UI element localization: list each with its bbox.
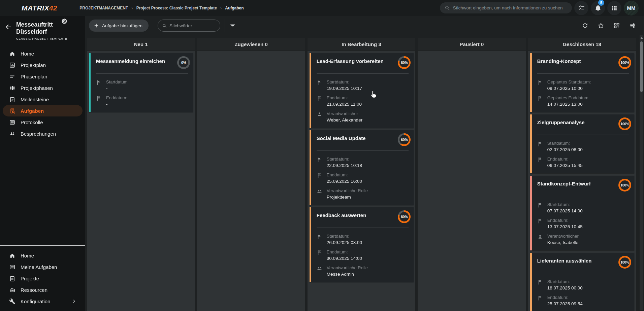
scrollbar-up-arrow[interactable] (640, 37, 643, 39)
breadcrumb-item[interactable]: Project Process: Classic Project Templat… (136, 6, 217, 10)
field-label: Enddatum: (106, 95, 127, 100)
apps-button[interactable] (607, 1, 621, 15)
meine-aufgaben-icon (9, 264, 15, 270)
progress-label: 60% (399, 135, 409, 144)
sidebar-item-label: Protokolle (21, 119, 43, 125)
task-card[interactable]: Lieferanten auswählen100%Startdatum:18.0… (530, 253, 634, 311)
keyword-search-input[interactable] (169, 23, 216, 28)
task-card[interactable]: Branding-Konzept100%Geplantes Startdatum… (530, 53, 634, 112)
flag-end-icon (537, 295, 543, 301)
checklist-icon (578, 4, 585, 11)
progress-label: 100% (620, 180, 630, 190)
sidebar-item-label: Meilensteine (21, 97, 49, 102)
global-search[interactable] (440, 2, 572, 13)
sidebar-item-label: Ressourcen (21, 287, 47, 293)
add-widget-icon[interactable] (613, 22, 620, 29)
field-label: Startdatum: (327, 234, 362, 239)
checklist-button[interactable] (574, 1, 588, 15)
sidebar-item-home[interactable]: Home (3, 48, 83, 59)
progress-ring: 60% (398, 133, 411, 146)
global-search-input[interactable] (453, 5, 567, 10)
kanban-column: In Bearbeitung 3Lead-Erfassung vorbereit… (308, 38, 415, 311)
sidebar-item-meilensteine[interactable]: Meilensteine (3, 94, 83, 105)
sidebar-item-protokolle[interactable]: Protokolle (3, 116, 83, 128)
field-value: 18.07.2025 00:00 (547, 285, 583, 290)
refresh-icon[interactable] (582, 22, 588, 29)
sidebar-item-label: Projekte (21, 276, 39, 281)
task-field: Enddatum:- (96, 95, 188, 107)
breadcrumb-item: Aufgaben (225, 6, 244, 10)
keyword-search[interactable] (158, 20, 220, 32)
field-value: Projektteam (327, 195, 368, 200)
meilensteine-icon (9, 96, 15, 103)
task-card[interactable]: Feedback auswerten80%Startdatum:26.09.20… (310, 207, 414, 282)
flag-end-icon (317, 250, 322, 255)
projektplan-icon (9, 62, 15, 68)
task-card[interactable]: Messeanmeldung einreichen0%Startdatum:-E… (89, 53, 193, 112)
field-value: 19.09.2025 10:17 (327, 86, 362, 91)
field-value: 07.07.2025 14:00 (547, 208, 583, 213)
field-label: Verantwortliche Rolle (327, 188, 368, 193)
avatar[interactable]: MM (624, 1, 639, 15)
flag-start-icon (537, 202, 543, 208)
flag-start-icon (317, 157, 322, 163)
field-label: Enddatum: (327, 172, 362, 177)
sidebar: Messeauftritt Düsseldorf CLASSIC PROJECT… (0, 16, 85, 311)
sidebar-item-projekte[interactable]: Projekte (3, 273, 83, 284)
task-card[interactable]: Standkonzept-Entwurf100%Startdatum:07.07… (530, 176, 634, 250)
field-label: Startdatum: (327, 157, 362, 162)
notifications-button[interactable]: 5 (591, 1, 605, 15)
project-subtitle: CLASSIC PROJECT TEMPLATE (16, 37, 80, 40)
logo-text-2: 42 (49, 4, 57, 12)
back-arrow-icon[interactable] (5, 23, 12, 31)
card-divider (317, 228, 409, 228)
kanban-column: Geschlossen 18Branding-Konzept100%Geplan… (528, 38, 636, 311)
column-body: Messeanmeldung einreichen0%Startdatum:-E… (87, 51, 195, 311)
sidebar-item-ressourcen[interactable]: Ressourcen (3, 284, 83, 296)
task-field: Geplantes Enddatum:14.07.2025 13:00 (537, 95, 629, 107)
matrix42-logo: MATRIX42 (22, 4, 57, 12)
aufgaben-icon (9, 108, 15, 114)
field-label: Startdatum: (327, 79, 362, 84)
sidebar-item-besprechungen[interactable]: Besprechungen (3, 128, 83, 139)
topbar: MATRIX42 PROJEKTMANAGEMENT›Project Proce… (0, 0, 644, 16)
task-card[interactable]: Lead-Erfassung vorbereiten80%Startdatum:… (310, 53, 414, 128)
task-title: Feedback auswerten (317, 212, 409, 218)
gear-icon[interactable] (61, 18, 68, 25)
card-divider (537, 273, 629, 273)
projekte-icon (9, 275, 15, 282)
project-title: Messeauftritt Düsseldorf (16, 21, 67, 35)
view-settings-icon[interactable] (629, 22, 636, 29)
task-field: Enddatum:13.07.2025 10:45 (537, 218, 629, 229)
sidebar-item-projektphasen[interactable]: Projektphasen (3, 82, 83, 94)
task-field: Startdatum:22.09.2025 10:18 (317, 157, 409, 168)
sidebar-item-home[interactable]: Home (3, 250, 83, 261)
field-label: Enddatum: (327, 95, 362, 100)
breadcrumb-item[interactable]: PROJEKTMANAGEMENT (79, 6, 128, 10)
sidebar-item-projektplan[interactable]: Projektplan (3, 59, 83, 71)
sidebar-item-aufgaben[interactable]: Aufgaben (3, 105, 83, 116)
task-field: VerantwortlicherKoose, Isabelle (537, 234, 629, 245)
favorite-star-icon[interactable] (598, 22, 604, 29)
scrollbar-thumb[interactable] (640, 41, 643, 92)
progress-ring: 100% (618, 179, 631, 192)
column-header: Pausiert 0 (418, 38, 525, 50)
task-field: Startdatum:07.07.2025 14:00 (537, 202, 629, 213)
sidebar-item-konfiguration[interactable]: Konfiguration (3, 296, 83, 307)
sidebar-item-phasenplan[interactable]: Phasenplan (3, 71, 83, 82)
page-scrollbar[interactable] (640, 35, 643, 310)
add-task-button[interactable]: Aufgabe hinzufügen (89, 20, 149, 32)
konfiguration-icon (9, 298, 15, 305)
task-card[interactable]: Social Media Update60%Startdatum:22.09.2… (310, 130, 414, 205)
plus-icon (94, 23, 99, 28)
progress-label: 80% (399, 212, 409, 221)
hamburger-menu-icon[interactable] (5, 3, 15, 13)
sidebar-item-label: Besprechungen (21, 131, 56, 137)
kanban-board: Neu 1Messeanmeldung einreichen0%Startdat… (85, 35, 644, 311)
sidebar-item-meine-aufgaben[interactable]: Meine Aufgaben (3, 261, 83, 273)
filter-icon[interactable] (229, 22, 236, 29)
column-header: Neu 1 (87, 38, 195, 50)
task-field: VerantwortlicherWeber, Alexander (317, 111, 409, 123)
task-field: Startdatum:02.07.2025 08:00 (537, 141, 629, 152)
task-card[interactable]: Zielgruppenanalyse100%Startdatum:02.07.2… (530, 114, 634, 173)
